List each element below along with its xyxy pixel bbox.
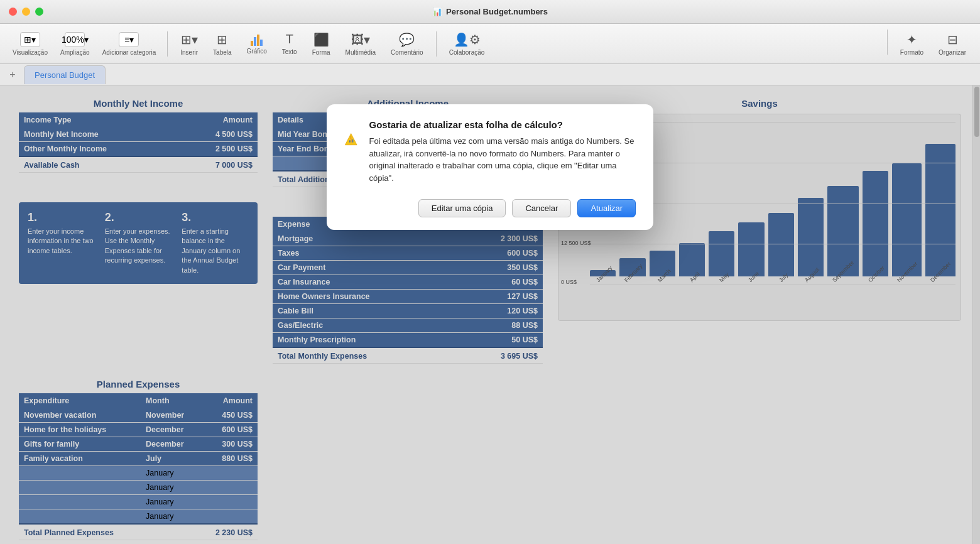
collaborate-icon: 👤⚙ bbox=[454, 32, 481, 47]
chart-button[interactable]: Gráfico bbox=[241, 31, 273, 57]
close-button[interactable] bbox=[9, 8, 17, 16]
view-icon: ⊞▾ bbox=[20, 32, 40, 47]
comment-button[interactable]: 💬 Comentário bbox=[384, 30, 430, 58]
view-button[interactable]: ⊞▾ Visualização bbox=[8, 30, 53, 58]
format-icon: ✦ bbox=[906, 32, 917, 47]
minimize-button[interactable] bbox=[22, 8, 30, 16]
text-button[interactable]: T Texto bbox=[276, 30, 303, 58]
window-controls bbox=[9, 8, 43, 16]
media-button[interactable]: 🖼▾ Multimédia bbox=[339, 30, 382, 58]
separator-1 bbox=[167, 31, 168, 57]
dialog-content: Gostaria de atualizar esta folha de cálc… bbox=[369, 119, 636, 184]
dialog-buttons: Editar uma cópia Cancelar Atualizar bbox=[344, 199, 636, 217]
add-tab-button[interactable]: + bbox=[5, 67, 20, 82]
update-button[interactable]: Atualizar bbox=[577, 199, 636, 217]
zoom-button[interactable]: 100%▾ Ampliação bbox=[55, 30, 95, 58]
dialog-title: Gostaria de atualizar esta folha de cálc… bbox=[369, 119, 636, 130]
dialog-top: ! Gostaria de atualizar esta folha de cá… bbox=[344, 119, 636, 184]
window-title: 📊 Personal Budget.numbers bbox=[432, 7, 548, 16]
update-dialog: ! Gostaria de atualizar esta folha de cá… bbox=[327, 104, 653, 230]
comment-icon: 💬 bbox=[399, 32, 415, 47]
chart-icon bbox=[251, 33, 263, 46]
maximize-button[interactable] bbox=[35, 8, 43, 16]
svg-rect-3 bbox=[352, 139, 354, 143]
edit-copy-button[interactable]: Editar uma cópia bbox=[418, 199, 506, 217]
view-label: Visualização bbox=[13, 49, 48, 56]
insert-icon: ⊞▾ bbox=[181, 32, 198, 47]
svg-rect-1 bbox=[349, 140, 351, 142]
cancel-button[interactable]: Cancelar bbox=[512, 199, 571, 217]
tab-personal-budget[interactable]: Personal Budget bbox=[24, 65, 106, 84]
list-button[interactable]: ≡▾ Adicionar categoria bbox=[97, 30, 161, 58]
format-button[interactable]: ✦ Formato bbox=[894, 30, 930, 58]
dialog-body: Foi editada pela última vez com uma vers… bbox=[369, 135, 636, 184]
titlebar: 📊 Personal Budget.numbers bbox=[0, 0, 980, 24]
zoom-icon: 100%▾ bbox=[65, 32, 85, 47]
toolbar-right: ✦ Formato ⊟ Organizar bbox=[883, 30, 972, 58]
shape-button[interactable]: ⬛ Forma bbox=[306, 30, 337, 58]
separator-3 bbox=[887, 30, 888, 55]
add-category-label: Adicionar categoria bbox=[102, 49, 156, 56]
zoom-label: Ampliação bbox=[60, 49, 90, 56]
main-content: Monthly Net Income Income Type Amount Mo… bbox=[0, 85, 980, 544]
toolbar: ⊞▾ Visualização 100%▾ Ampliação ≡▾ Adici… bbox=[0, 24, 980, 64]
shape-icon: ⬛ bbox=[313, 32, 329, 47]
title-icon: 📊 bbox=[432, 7, 442, 16]
insert-button[interactable]: ⊞▾ Inserir bbox=[174, 30, 204, 58]
list-icon: ≡▾ bbox=[119, 32, 139, 47]
table-button[interactable]: ⊞ Tabela bbox=[207, 30, 237, 58]
media-icon: 🖼▾ bbox=[351, 32, 370, 47]
collaborate-button[interactable]: 👤⚙ Colaboração bbox=[443, 30, 491, 58]
warning-icon: ! bbox=[344, 119, 357, 160]
organize-icon: ⊟ bbox=[947, 32, 958, 47]
dialog-overlay: ! Gostaria de atualizar esta folha de cá… bbox=[0, 85, 980, 544]
text-icon: T bbox=[286, 32, 293, 46]
tabbar: + Personal Budget bbox=[0, 64, 980, 85]
organize-button[interactable]: ⊟ Organizar bbox=[932, 30, 972, 58]
separator-2 bbox=[436, 31, 437, 57]
table-icon: ⊞ bbox=[217, 32, 227, 47]
